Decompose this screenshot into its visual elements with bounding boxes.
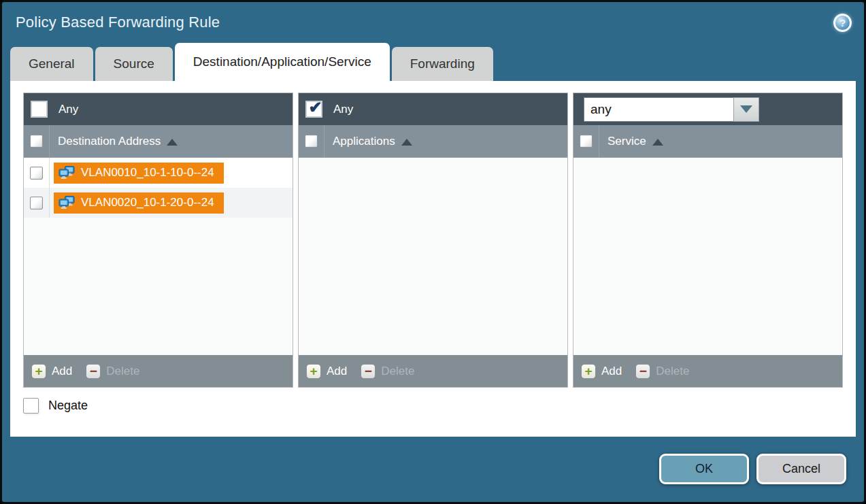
tab-destination-application-service[interactable]: Destination/Application/Service [175,43,390,81]
destination-any-bar: ✔ Any [24,93,293,125]
destination-header-label[interactable]: Destination Address [58,135,161,148]
address-group-icon [59,196,76,210]
tab-bar: General Source Destination/Application/S… [2,43,864,81]
dialog-actions: OK Cancel [659,454,846,484]
service-header-label[interactable]: Service [607,135,646,148]
service-list [573,158,842,355]
service-type-dropdown-value[interactable]: any [584,97,733,122]
applications-list [299,158,567,355]
service-type-dropdown[interactable]: any [584,97,759,122]
service-select-all-checkbox[interactable] [580,135,593,148]
address-object-name: VLAN0010_10-1-10-0--24 [81,166,214,180]
destination-address-row[interactable]: VLAN0010_10-1-10-0--24 [24,158,293,188]
negate-row: Negate [23,398,843,414]
address-object-chip[interactable]: VLAN0020_10-1-20-0--24 [54,192,224,214]
applications-header-label[interactable]: Applications [333,135,395,148]
destination-select-all-checkbox[interactable] [30,135,43,148]
add-icon: + [581,364,596,379]
tab-forwarding[interactable]: Forwarding [392,47,493,81]
add-icon: + [31,364,46,379]
sort-ascending-icon [167,139,178,146]
check-icon: ✔ [308,99,322,116]
question-mark-glyph: ? [839,17,846,29]
destination-address-column: ✔ Any Destination Address [23,93,293,388]
service-add-button[interactable]: + Add [581,364,622,379]
applications-any-checkbox[interactable]: ✔ [305,101,322,118]
address-group-icon [59,166,76,180]
add-icon: + [306,364,321,379]
destination-address-list: VLAN0010_10-1-10-0--24 [24,158,293,355]
destination-delete-button[interactable]: − Delete [86,364,139,379]
service-footer: + Add − Delete [573,355,842,387]
destination-any-checkbox[interactable]: ✔ [31,101,48,118]
delete-icon: − [361,364,376,379]
address-object-name: VLAN0020_10-1-20-0--24 [81,196,214,209]
destination-address-row[interactable]: VLAN0020_10-1-20-0--24 [24,188,293,218]
delete-icon: − [86,364,101,379]
sort-ascending-icon [652,139,663,146]
applications-any-bar: ✔ Any [299,93,567,125]
destination-any-label: Any [59,103,78,116]
cancel-button[interactable]: Cancel [756,454,846,484]
dialog-title: Policy Based Forwarding Rule [16,14,220,31]
ok-button[interactable]: OK [659,454,749,484]
negate-label: Negate [48,399,88,413]
tab-general[interactable]: General [10,47,93,81]
tab-source[interactable]: Source [95,47,173,81]
delete-icon: − [635,364,650,379]
tab-content-panel: ✔ Any Destination Address [10,81,856,437]
applications-column-header: Applications [299,125,567,158]
service-column: any Service + Ad [573,93,843,388]
service-type-bar: any [573,93,842,125]
title-bar: Policy Based Forwarding Rule ? [2,2,864,43]
dropdown-button[interactable] [733,97,759,122]
destination-column-header: Destination Address [24,125,293,158]
destination-add-button[interactable]: + Add [31,364,72,379]
applications-any-label: Any [333,103,353,116]
service-column-header: Service [573,125,842,158]
row-checkbox[interactable] [30,167,43,180]
help-icon[interactable]: ? [833,14,852,32]
chevron-down-icon [740,105,752,113]
applications-add-button[interactable]: + Add [306,364,347,379]
applications-column: ✔ Any Applications + Add [298,93,568,388]
pbf-rule-dialog: Policy Based Forwarding Rule ? General S… [0,0,866,504]
negate-checkbox[interactable] [23,398,39,414]
sort-ascending-icon [401,139,412,146]
address-object-chip[interactable]: VLAN0010_10-1-10-0--24 [54,163,224,184]
row-checkbox[interactable] [30,197,43,209]
applications-select-all-checkbox[interactable] [305,135,318,148]
service-delete-button[interactable]: − Delete [635,364,689,379]
applications-delete-button[interactable]: − Delete [361,364,414,379]
destination-footer: + Add − Delete [24,355,293,387]
applications-footer: + Add − Delete [299,355,567,387]
